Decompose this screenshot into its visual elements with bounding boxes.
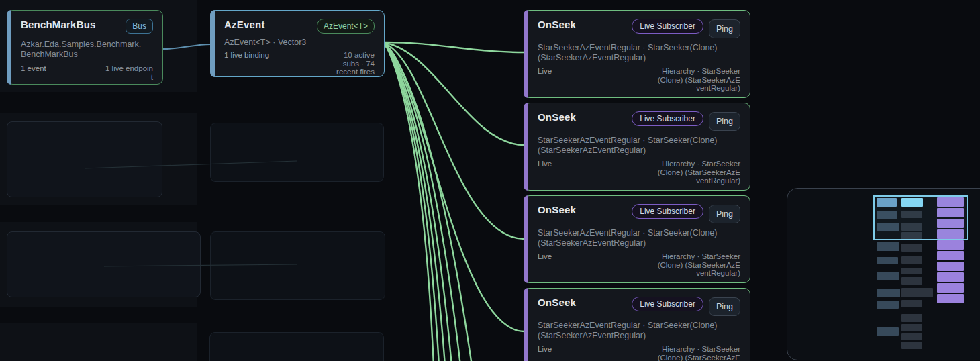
node-card-onseek[interactable]: OnSeek Live Subscriber Ping StarSeekerAz… <box>524 103 750 191</box>
node-subtitle: StarSeekerAzEventRegular · StarSeeker(Cl… <box>538 228 740 248</box>
ghost-node-card[interactable] <box>7 231 201 297</box>
minimap[interactable] <box>787 188 980 360</box>
card-header: OnSeek Live Subscriber Ping <box>538 204 740 223</box>
minimap-viewport[interactable] <box>873 195 968 240</box>
edge-event-offscreen <box>385 46 472 361</box>
subtitle-line: StarSeekerAzEventRegular · StarSeeker(Cl… <box>538 43 740 53</box>
minimap-node-block <box>901 277 922 285</box>
node-subtitle: AzEvent<T> · Vector3 <box>224 38 375 48</box>
minimap-node-block <box>901 314 922 322</box>
ghost-node-card[interactable] <box>210 231 385 300</box>
binding-count-label: 1 live binding <box>224 51 269 60</box>
event-count-label: 1 event <box>21 64 46 73</box>
node-title: BenchMarkBus <box>21 19 96 30</box>
node-title: OnSeek <box>538 297 576 308</box>
live-subscriber-badge: Live Subscriber <box>632 19 703 34</box>
bus-type-badge: Bus <box>126 19 153 34</box>
node-title: OnSeek <box>538 19 576 30</box>
subtitle-line: (StarSeekerAzEventRegular) <box>538 146 740 156</box>
ping-button[interactable]: Ping <box>709 19 740 38</box>
footer-line: (Clone) (StarSeekerAzE <box>658 76 740 85</box>
subs-fires-label: 10 active subs · 74 recent fires <box>336 51 375 76</box>
node-title: OnSeek <box>538 204 576 215</box>
minimap-node-block <box>937 294 964 303</box>
minimap-node-block <box>877 301 899 309</box>
ghost-node-card[interactable] <box>210 123 384 182</box>
subtitle-line: (StarSeekerAzEventRegular) <box>538 331 740 341</box>
ghost-node-card[interactable] <box>209 332 384 361</box>
subtitle-line: StarSeekerAzEventRegular · StarSeeker(Cl… <box>538 321 740 331</box>
footer-line: Hierarchy · StarSeeker <box>658 252 740 261</box>
footer-line: 1 live endpoin <box>105 64 153 73</box>
node-footer: Live Hierarchy · StarSeeker (Clone) (Sta… <box>538 160 740 185</box>
live-subscriber-badge: Live Subscriber <box>632 204 703 219</box>
endpoint-count-label: 1 live endpoin t <box>105 64 153 81</box>
hierarchy-label: Hierarchy · StarSeeker (Clone) (StarSeek… <box>658 160 740 185</box>
footer-line: (Clone) (StarSeekerAzE <box>658 261 740 270</box>
minimap-node-block <box>937 262 964 271</box>
card-header: AzEvent AzEvent<T> <box>224 19 375 34</box>
node-subtitle: StarSeekerAzEventRegular · StarSeeker(Cl… <box>538 321 740 341</box>
hierarchy-label: Hierarchy · StarSeeker (Clone) (StarSeek… <box>658 67 740 93</box>
node-card-onseek[interactable]: OnSeek Live Subscriber Ping StarSeekerAz… <box>524 195 750 283</box>
node-card-onseek[interactable]: OnSeek Live Subscriber Ping StarSeekerAz… <box>524 288 750 361</box>
graph-canvas[interactable]: BenchMarkBus Bus Azkar.Eda.Samples.Bench… <box>0 0 980 361</box>
node-footer: 1 event 1 live endpoin t <box>21 64 153 81</box>
footer-line: ventRegular) <box>658 176 740 185</box>
node-title: OnSeek <box>538 111 576 123</box>
edge-event-to-subscriber-1 <box>385 42 524 52</box>
footer-line: recent fires <box>336 68 375 76</box>
node-subtitle: Azkar.Eda.Samples.Benchmark. BenchMarkBu… <box>21 40 153 60</box>
footer-line: ventRegular) <box>658 269 740 278</box>
footer-line: ventRegular) <box>658 84 740 93</box>
live-status-label: Live <box>538 67 552 76</box>
minimap-node-block <box>901 342 922 349</box>
live-status-label: Live <box>538 345 552 354</box>
subtitle-line: (StarSeekerAzEventRegular) <box>538 238 740 248</box>
minimap-node-block <box>901 333 922 340</box>
minimap-node-block <box>901 268 922 274</box>
ping-button[interactable]: Ping <box>709 205 740 223</box>
minimap-node-block <box>937 272 964 282</box>
card-header: BenchMarkBus Bus <box>21 19 153 34</box>
node-card-onseek[interactable]: OnSeek Live Subscriber Ping StarSeekerAz… <box>524 10 750 98</box>
footer-line: 10 active <box>336 51 375 60</box>
minimap-node-block <box>901 300 922 307</box>
live-subscriber-badge: Live Subscriber <box>632 297 703 311</box>
minimap-node-block <box>937 240 964 250</box>
hierarchy-label: Hierarchy · StarSeeker (Clone) (StarSeek… <box>658 345 740 361</box>
ghost-group-panel <box>0 323 197 361</box>
hierarchy-label: Hierarchy · StarSeeker (Clone) (StarSeek… <box>658 252 740 278</box>
edge-event-offscreen <box>385 45 452 361</box>
footer-line: Hierarchy · StarSeeker <box>658 67 740 76</box>
node-card-azevent[interactable]: AzEvent AzEvent<T> AzEvent<T> · Vector3 … <box>210 10 385 77</box>
card-header: OnSeek Live Subscriber Ping <box>538 19 740 38</box>
footer-line: t <box>105 73 153 82</box>
live-status-label: Live <box>538 252 552 261</box>
subtitle-line: StarSeekerAzEventRegular · StarSeeker(Cl… <box>538 228 740 238</box>
event-type-badge: AzEvent<T> <box>317 19 375 34</box>
subtitle-line: StarSeekerAzEventRegular · StarSeeker(Cl… <box>538 136 740 146</box>
ping-button[interactable]: Ping <box>709 297 740 316</box>
card-header: OnSeek Live Subscriber Ping <box>538 111 740 131</box>
minimap-node-block <box>901 288 933 297</box>
minimap-node-block <box>877 257 898 264</box>
node-card-benchmarkbus[interactable]: BenchMarkBus Bus Azkar.Eda.Samples.Bench… <box>7 10 163 85</box>
edge-event-to-subscriber-2 <box>385 43 524 145</box>
ghost-node-card[interactable] <box>7 121 162 197</box>
edge-event-offscreen <box>385 46 460 361</box>
node-footer: 1 live binding 10 active subs · 74 recen… <box>224 51 375 76</box>
live-subscriber-badge: Live Subscriber <box>632 111 703 126</box>
subtitle-line: BenchMarkBus <box>21 50 153 60</box>
live-status-label: Live <box>538 160 552 168</box>
edge-event-to-subscriber-4 <box>385 44 524 331</box>
subtitle-line: Azkar.Eda.Samples.Benchmark. <box>21 40 153 50</box>
minimap-node-block <box>901 244 922 252</box>
minimap-node-block <box>877 327 899 336</box>
minimap-node-block <box>937 251 964 260</box>
edge-event-offscreen <box>385 44 434 361</box>
footer-line: Hierarchy · StarSeeker <box>658 345 740 354</box>
subtitle-line: (StarSeekerAzEventRegular) <box>538 53 740 63</box>
footer-line: (Clone) (StarSeekerAzE <box>658 354 740 361</box>
ping-button[interactable]: Ping <box>709 112 740 131</box>
